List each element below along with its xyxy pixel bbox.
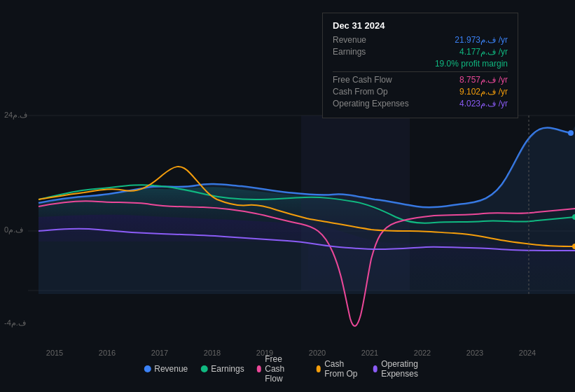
legend-label-earnings: Earnings xyxy=(211,364,244,374)
tooltip-label-cashfromop: Cash From Op xyxy=(333,87,388,97)
tooltip-value-opex: 4.023ف.م /yr xyxy=(459,99,508,108)
legend-dot-earnings xyxy=(200,365,207,372)
tooltip-box: Dec 31 2024 Revenue 21.973ف.م /yr Earnin… xyxy=(322,13,518,118)
legend-label-cashfromop: Cash From Op xyxy=(324,359,360,379)
x-label-2016: 2016 xyxy=(99,349,116,357)
tooltip-label-opex: Operating Expenses xyxy=(333,99,409,108)
legend-dot-opex xyxy=(373,365,378,372)
tooltip-row-revenue: Revenue 21.973ف.م /yr xyxy=(333,35,508,45)
legend-opex[interactable]: Operating Expenses xyxy=(373,359,431,379)
tooltip-value-margin: 19.0% profit margin xyxy=(435,59,508,69)
legend-revenue[interactable]: Revenue xyxy=(144,364,188,374)
tooltip-label-fcf: Free Cash Flow xyxy=(333,75,392,85)
tooltip-divider xyxy=(333,71,508,72)
y-axis-top: 24ف.م xyxy=(4,111,27,120)
tooltip-value-fcf: 8.757ف.م /yr xyxy=(459,75,508,85)
tooltip-label-earnings: Earnings xyxy=(333,47,366,57)
tooltip-value-earnings: 4.177ف.م /yr xyxy=(459,47,508,57)
x-label-2024: 2024 xyxy=(519,349,536,357)
legend-dot-revenue xyxy=(144,365,151,372)
chart-legend: Revenue Earnings Free Cash Flow Cash Fro… xyxy=(144,354,431,384)
legend-fcf[interactable]: Free Cash Flow xyxy=(257,354,304,384)
y-axis-middle: 0ف.م xyxy=(4,225,23,234)
legend-label-fcf: Free Cash Flow xyxy=(265,354,303,384)
x-label-2015: 2015 xyxy=(46,349,63,357)
y-axis-bottom: -4ف.م xyxy=(4,318,26,328)
tooltip-row-earnings: Earnings 4.177ف.م /yr xyxy=(333,47,508,57)
svg-point-6 xyxy=(568,130,574,136)
legend-label-revenue: Revenue xyxy=(154,364,188,374)
legend-earnings[interactable]: Earnings xyxy=(200,364,244,374)
tooltip-value-cashfromop: 9.102ف.م /yr xyxy=(459,87,508,97)
tooltip-row-cashfromop: Cash From Op 9.102ف.م /yr xyxy=(333,87,508,97)
tooltip-date: Dec 31 2024 xyxy=(333,20,508,31)
legend-cashfromop[interactable]: Cash From Op xyxy=(317,359,361,379)
tooltip-label-revenue: Revenue xyxy=(333,35,366,45)
tooltip-row-fcf: Free Cash Flow 8.757ف.م /yr xyxy=(333,75,508,85)
legend-dot-cashfromop xyxy=(317,365,321,372)
tooltip-row-opex: Operating Expenses 4.023ف.م /yr xyxy=(333,99,508,108)
x-label-2023: 2023 xyxy=(466,349,483,357)
chart-container: 24ف.م 0ف.م -4ف.م 2015 2016 2017 2018 201… xyxy=(0,0,575,392)
tooltip-value-revenue: 21.973ف.م /yr xyxy=(455,35,508,45)
legend-label-opex: Operating Expenses xyxy=(381,359,431,379)
tooltip-row-margin: 19.0% profit margin xyxy=(333,59,508,69)
legend-dot-fcf xyxy=(257,365,262,372)
